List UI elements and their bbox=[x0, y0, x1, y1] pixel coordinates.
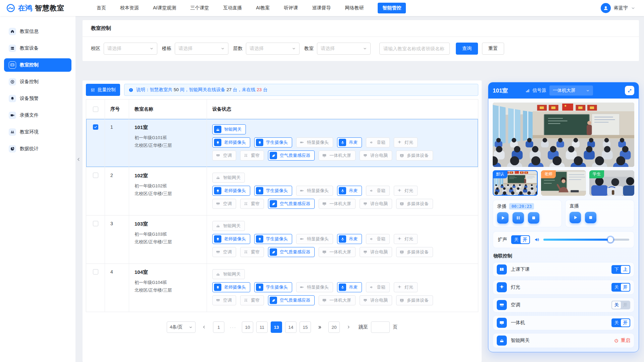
device-chip-bulb[interactable]: 灯光 bbox=[394, 186, 418, 196]
device-chip-cctv[interactable]: 特显摄像头 bbox=[296, 186, 333, 196]
row-checkbox[interactable] bbox=[93, 173, 98, 178]
device-chip-curtain[interactable]: 窗帘 bbox=[240, 150, 264, 161]
search-input[interactable] bbox=[379, 43, 450, 55]
jump-page-input[interactable] bbox=[371, 321, 390, 333]
device-chip-screen[interactable]: 一体机大屏 bbox=[319, 199, 356, 209]
pause-button[interactable] bbox=[513, 212, 524, 224]
select-all-checkbox[interactable] bbox=[93, 107, 98, 112]
sidebar-item-6[interactable]: 教室环境 bbox=[4, 125, 71, 139]
filter-select-0[interactable]: 请选择 bbox=[104, 43, 157, 55]
stop-button[interactable] bbox=[585, 212, 596, 223]
device-chip-media[interactable]: 多媒体设备 bbox=[396, 199, 433, 209]
device-chip-leaf[interactable]: 空气质量感应器 bbox=[268, 199, 315, 209]
nav-item-0[interactable]: 首页 bbox=[97, 5, 106, 11]
camera-thumb-0[interactable]: 默认 bbox=[493, 170, 538, 196]
row-checkbox[interactable] bbox=[93, 269, 98, 275]
sidebar-item-1[interactable]: 教室设备 bbox=[4, 42, 71, 55]
nav-item-9[interactable]: 智能管控 bbox=[378, 3, 406, 13]
device-chip-camera[interactable]: 老师摄像头 bbox=[212, 234, 250, 244]
sidebar-item-3[interactable]: 设备控制 bbox=[4, 75, 71, 88]
device-chip-screen[interactable]: 一体机大屏 bbox=[319, 247, 356, 257]
device-chip-pc[interactable]: 讲台电脑 bbox=[360, 295, 392, 305]
device-chip-cctv[interactable]: 特显摄像头 bbox=[296, 282, 333, 292]
device-chip-cctv[interactable]: 特显摄像头 bbox=[296, 234, 333, 244]
device-chip-camera[interactable]: 学生摄像头 bbox=[254, 186, 292, 196]
filter-select-2[interactable]: 请选择 bbox=[246, 43, 300, 55]
device-chip-curtain[interactable]: 窗帘 bbox=[240, 247, 264, 257]
sidebar-item-4[interactable]: 设备预警 bbox=[4, 92, 71, 105]
pa-toggle-option-right[interactable]: 开 bbox=[521, 236, 529, 243]
device-chip-camera[interactable]: 老师摄像头 bbox=[212, 186, 250, 196]
nav-item-7[interactable]: 巡课督导 bbox=[312, 5, 331, 11]
sidebar-item-0[interactable]: 教室信息 bbox=[4, 25, 71, 38]
nav-item-2[interactable]: AI课堂观测 bbox=[153, 5, 176, 11]
device-chip-curtain[interactable]: 窗帘 bbox=[240, 199, 264, 209]
nav-item-4[interactable]: 互动直播 bbox=[223, 5, 242, 11]
nav-item-5[interactable]: AI教案 bbox=[256, 5, 270, 11]
nav-item-3[interactable]: 三个课堂 bbox=[190, 5, 209, 11]
device-chip-ac[interactable]: 空调 bbox=[212, 150, 236, 161]
sidebar-item-2[interactable]: 教室控制 bbox=[4, 58, 71, 72]
sidebar-item-7[interactable]: 数据统计 bbox=[4, 142, 71, 156]
user-menu[interactable]: 蒋蓝宇 bbox=[601, 3, 635, 13]
device-chip-bulb[interactable]: 灯光 bbox=[394, 282, 418, 292]
device-chip-cctv[interactable]: 特显摄像头 bbox=[296, 137, 333, 147]
iot-toggle-1-option-right[interactable]: 开 bbox=[621, 284, 630, 291]
iot-toggle-3-option-left[interactable]: 关 bbox=[612, 319, 621, 326]
filter-select-1[interactable]: 请选择 bbox=[175, 43, 228, 55]
device-chip-camera[interactable]: 学生摄像头 bbox=[254, 282, 292, 292]
table-row-102室[interactable]: 2102室初一年级G102班北校区/正华楼/三层智能网关老师摄像头学生摄像头特显… bbox=[86, 167, 478, 215]
device-chip-pc[interactable]: 讲台电脑 bbox=[360, 247, 392, 257]
device-chip-bulb[interactable]: 灯光 bbox=[394, 137, 418, 147]
device-chip-speaker[interactable]: 音箱 bbox=[366, 137, 390, 147]
fast-forward-pages-button[interactable] bbox=[314, 321, 325, 333]
device-chip-speaker[interactable]: 音箱 bbox=[366, 234, 390, 244]
row-checkbox[interactable] bbox=[93, 124, 98, 130]
nav-item-8[interactable]: 网络教研 bbox=[345, 5, 364, 11]
device-chip-ac[interactable]: 空调 bbox=[212, 199, 236, 209]
device-chip-camera[interactable]: 老师摄像头 bbox=[212, 282, 250, 292]
device-chip-speaker[interactable]: 音箱 bbox=[366, 282, 390, 292]
device-chip-camera[interactable]: 学生摄像头 bbox=[254, 137, 292, 147]
device-chip-leaf[interactable]: 空气质量感应器 bbox=[268, 150, 315, 161]
device-chip-pc[interactable]: 讲台电脑 bbox=[360, 199, 392, 209]
device-chip-camera[interactable]: 学生摄像头 bbox=[254, 234, 292, 244]
device-chip-gateway[interactable]: 智能网关 bbox=[212, 124, 246, 134]
stop-button[interactable] bbox=[528, 212, 539, 224]
batch-control-button[interactable]: 批量控制 bbox=[86, 84, 120, 96]
device-chip-gateway[interactable]: 智能网关 bbox=[212, 221, 245, 231]
play-button[interactable] bbox=[570, 212, 581, 223]
device-chip-mic[interactable]: 吊麦 bbox=[337, 137, 362, 147]
device-chip-mic[interactable]: 吊麦 bbox=[337, 186, 362, 196]
table-row-101室[interactable]: 1101室初一年级G101班北校区/正华楼/三层智能网关老师摄像头学生摄像头特显… bbox=[86, 119, 478, 167]
iot-toggle-0-option-right[interactable]: 上 bbox=[621, 266, 630, 273]
device-chip-media[interactable]: 多媒体设备 bbox=[396, 150, 433, 161]
page-button-13[interactable]: 13 bbox=[271, 321, 282, 333]
device-chip-speaker[interactable]: 音箱 bbox=[366, 186, 390, 196]
device-chip-ac[interactable]: 空调 bbox=[212, 247, 236, 257]
iot-toggle-0-option-left[interactable]: 下 bbox=[612, 266, 621, 273]
sidebar-item-5[interactable]: 录播文件 bbox=[4, 109, 71, 122]
page-button-10[interactable]: 10 bbox=[242, 321, 253, 333]
table-row-103室[interactable]: 3103室初一年级G103班北校区/正华楼/三层智能网关老师摄像头学生摄像头特显… bbox=[86, 215, 478, 263]
device-chip-gateway[interactable]: 智能网关 bbox=[212, 173, 245, 183]
iot-toggle-3-option-right[interactable]: 开 bbox=[621, 319, 630, 326]
device-chip-gateway[interactable]: 智能网关 bbox=[212, 269, 245, 279]
row-checkbox[interactable] bbox=[93, 221, 98, 226]
device-chip-camera[interactable]: 老师摄像头 bbox=[212, 137, 250, 147]
volume-slider[interactable] bbox=[543, 239, 629, 241]
prev-page-button[interactable] bbox=[199, 321, 210, 333]
nav-item-6[interactable]: 听评课 bbox=[284, 5, 298, 11]
signal-source-select[interactable]: 一体机大屏 bbox=[549, 85, 593, 96]
table-row-104室[interactable]: 4104室初一年级G104班北校区/正华楼/三层智能网关老师摄像头学生摄像头特显… bbox=[86, 263, 478, 312]
device-chip-screen[interactable]: 一体机大屏 bbox=[319, 295, 356, 305]
device-chip-media[interactable]: 多媒体设备 bbox=[396, 247, 433, 257]
device-chip-ac[interactable]: 空调 bbox=[212, 295, 236, 305]
device-chip-curtain[interactable]: 窗帘 bbox=[240, 295, 264, 305]
camera-thumb-1[interactable]: 老师 bbox=[541, 170, 586, 196]
page-button-1[interactable]: 1 bbox=[213, 321, 224, 333]
fullscreen-button[interactable] bbox=[625, 86, 634, 95]
page-button-15[interactable]: 15 bbox=[300, 321, 311, 333]
play-button[interactable] bbox=[497, 212, 508, 224]
device-chip-bulb[interactable]: 灯光 bbox=[394, 234, 418, 244]
